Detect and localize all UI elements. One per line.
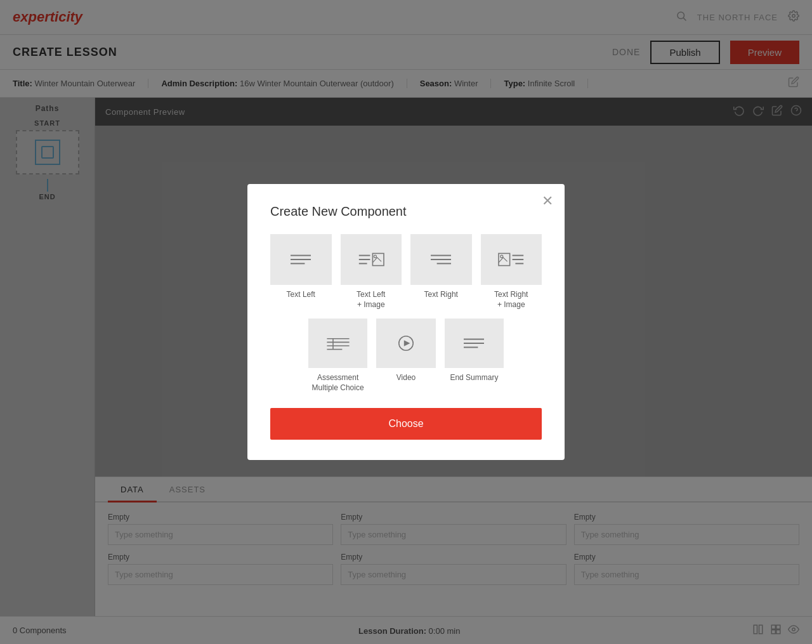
text-right-icon-box <box>410 234 472 285</box>
text-right-image-label: Text Right+ Image <box>494 290 528 310</box>
component-grid-row1: Text Left Text Left+ Image <box>270 234 542 310</box>
text-left-image-icon-box <box>341 234 402 285</box>
component-text-right[interactable]: Text Right <box>410 234 472 310</box>
assessment-label: AssessmentMultiple Choice <box>312 373 364 393</box>
text-left-icon-box <box>270 234 332 285</box>
assessment-icon-box <box>308 319 367 368</box>
text-right-label: Text Right <box>424 290 458 300</box>
component-text-right-image[interactable]: Text Right+ Image <box>481 234 542 310</box>
text-left-image-label: Text Left+ Image <box>357 290 385 310</box>
svg-point-20 <box>374 255 376 258</box>
svg-rect-24 <box>499 253 510 265</box>
component-text-left-image[interactable]: Text Left+ Image <box>341 234 402 310</box>
video-label: Video <box>396 373 416 383</box>
component-video[interactable]: Video <box>376 319 435 393</box>
component-end-summary[interactable]: End Summary <box>445 319 504 393</box>
create-component-modal: ✕ Create New Component Text Left <box>247 184 565 461</box>
end-summary-icon-box <box>445 319 504 368</box>
end-summary-label: End Summary <box>450 373 498 383</box>
modal-title: Create New Component <box>270 204 542 219</box>
component-text-left[interactable]: Text Left <box>270 234 332 310</box>
component-grid-row2: AssessmentMultiple Choice Video <box>270 319 542 393</box>
modal-overlay: ✕ Create New Component Text Left <box>0 0 812 644</box>
modal-close-button[interactable]: ✕ <box>542 193 553 209</box>
component-assessment[interactable]: AssessmentMultiple Choice <box>308 319 367 393</box>
video-icon-box <box>376 319 435 368</box>
svg-point-25 <box>501 255 503 258</box>
svg-marker-35 <box>404 340 410 346</box>
text-right-image-icon-box <box>481 234 542 285</box>
choose-button[interactable]: Choose <box>270 408 542 440</box>
text-left-label: Text Left <box>287 290 315 300</box>
